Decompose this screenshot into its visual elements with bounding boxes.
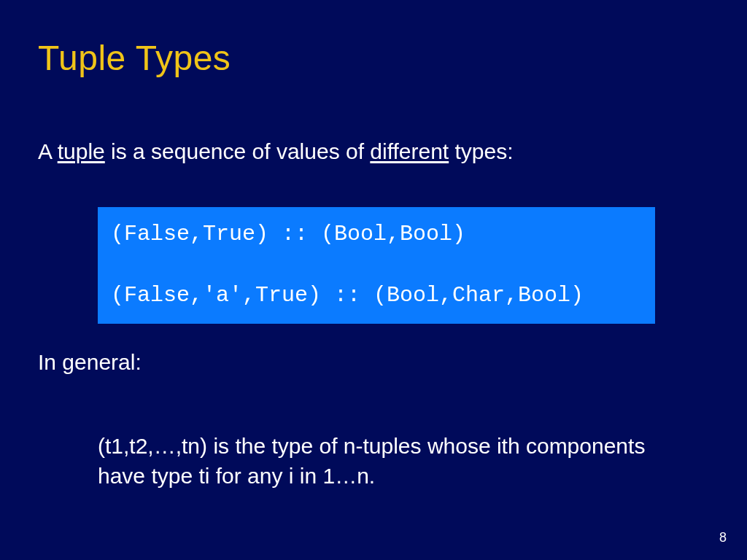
code-line-1: (False,True) :: (Bool,Bool) — [111, 222, 465, 246]
page-number: 8 — [719, 530, 727, 545]
slide: Tuple Types A tuple is a sequence of val… — [0, 0, 747, 560]
intro-text: A tuple is a sequence of values of diffe… — [38, 137, 514, 167]
intro-post: types: — [449, 139, 513, 163]
subheading: In general: — [38, 350, 142, 375]
code-example-box: (False,True) :: (Bool,Bool) (False,'a',T… — [98, 207, 655, 324]
intro-pre: A — [38, 139, 58, 163]
code-line-2: (False,'a',True) :: (Bool,Char,Bool) — [111, 283, 584, 308]
intro-mid: is a sequence of values of — [105, 139, 371, 163]
general-rule-text: (t1,t2,…,tn) is the type of n-tuples who… — [98, 432, 689, 491]
slide-title: Tuple Types — [38, 38, 231, 78]
intro-underline-different: different — [370, 139, 449, 163]
intro-underline-tuple: tuple — [58, 139, 105, 163]
